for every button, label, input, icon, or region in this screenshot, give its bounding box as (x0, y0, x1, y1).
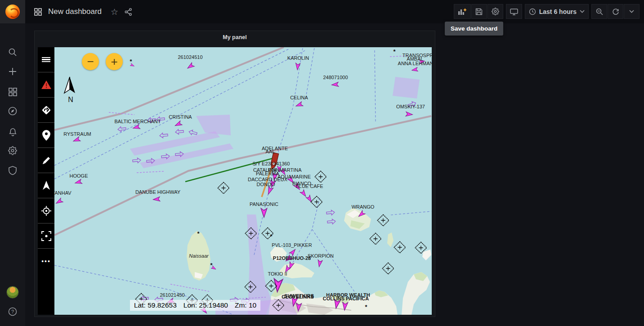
navigation-mark-cross (315, 200, 319, 204)
map-zoom-out-button[interactable]: − (82, 53, 99, 70)
sidebar: ? (0, 0, 25, 326)
star-icon[interactable]: ☆ (111, 7, 118, 17)
save-dashboard-button[interactable] (471, 4, 487, 19)
vessel-marker[interactable] (55, 198, 63, 205)
map-layers: ******N261024510KAROLIN248071000CELINATR… (54, 47, 432, 315)
fairway-dashed-line (375, 50, 376, 121)
navigation-mark-cross (319, 175, 323, 179)
location-pin-button[interactable] (38, 123, 54, 148)
configuration-gear-icon[interactable] (0, 143, 25, 158)
vessel-label: PANASONIC (250, 201, 278, 207)
navigation-mark-cross (381, 219, 385, 223)
shipping-route (54, 116, 431, 235)
vessel-label: PVL-103_PIKKER (272, 242, 312, 248)
traffic-zone (393, 77, 420, 98)
dashboard-settings-button[interactable] (487, 4, 503, 19)
navigation-mark-cross (398, 246, 402, 250)
vessel-marker[interactable] (261, 208, 267, 217)
vessel-label: CELINA (290, 95, 308, 100)
map-toolbar: ••• (38, 47, 54, 315)
vessel-marker[interactable] (411, 67, 418, 72)
locate-crosshair-button[interactable] (38, 198, 54, 223)
avatar[interactable] (0, 285, 25, 300)
vessel-marker[interactable] (331, 82, 339, 87)
top-nav: New dashboard ☆ (0, 0, 644, 23)
vessel-label: P12OBBHUO-28 (273, 255, 311, 261)
save-dashboard-tooltip: Save dashboard (445, 22, 503, 36)
vessel-marker[interactable] (72, 137, 80, 143)
vessel-marker[interactable] (266, 186, 273, 195)
page-title: New dashboard (48, 7, 102, 16)
vessel-marker[interactable] (295, 102, 303, 108)
vessel-label: AQUAMARINE (277, 174, 311, 179)
vessel-label: OMSKIY-137 (396, 104, 425, 109)
alert-warning-button[interactable] (38, 72, 54, 98)
help-icon[interactable]: ? (0, 304, 25, 319)
vessel-label: 261021450 (160, 292, 184, 298)
point-of-interest-star: * (210, 262, 213, 268)
dashboards-icon[interactable] (0, 84, 25, 99)
zoom-out-time-button[interactable] (591, 4, 607, 19)
fairway-dashed-line (254, 48, 303, 255)
layers-menu-button[interactable] (38, 47, 54, 72)
panel-title: My panel (223, 34, 247, 40)
chevron-down-icon (580, 10, 585, 13)
flow-arrow (175, 129, 184, 135)
vessel-marker[interactable] (174, 121, 182, 128)
vessel-label: BALTIC MERCHANT (114, 119, 161, 124)
longitude-value: Lon: 25.19480 (183, 301, 228, 309)
grafana-logo[interactable] (0, 0, 25, 23)
vessel-label: DONDO (257, 182, 275, 187)
tv-mode-button[interactable] (506, 4, 522, 19)
navigation-mark-cross (266, 232, 270, 236)
vessel-label: AAL (266, 149, 275, 154)
vessel-label: TANHAV (54, 190, 72, 196)
flow-arrow (118, 126, 126, 132)
vessel-marker[interactable] (132, 124, 140, 130)
vessel-marker[interactable] (74, 179, 82, 185)
map-zoom-in-button[interactable]: + (106, 53, 123, 70)
refresh-interval-dropdown[interactable] (624, 4, 640, 19)
navigation-mark-cross (419, 246, 423, 250)
explore-compass-icon[interactable] (0, 103, 25, 119)
vessel-marker[interactable] (306, 195, 313, 203)
compass-rose: N (64, 77, 75, 103)
share-icon[interactable] (125, 8, 132, 16)
flow-arrow (327, 219, 336, 225)
vessel-label: SKORPION (308, 253, 334, 259)
vessel-marker[interactable] (300, 190, 308, 198)
vessel-label: HOOGE (70, 173, 88, 179)
vessel-marker[interactable] (406, 112, 413, 116)
vessel-label: COLLINS PACIFICA (323, 296, 369, 301)
edit-pencil-button[interactable] (38, 148, 54, 173)
vessel-label: PALERMA (256, 171, 279, 176)
panel-header[interactable]: My panel (35, 31, 435, 44)
navigation-mark-cross (386, 267, 390, 271)
vessel-marker[interactable] (153, 196, 160, 201)
plus-icon[interactable] (0, 64, 25, 79)
vessel-label: TOKIO II (268, 271, 287, 277)
map-canvas[interactable]: ******N261024510KAROLIN248071000CELINATR… (54, 47, 432, 315)
vessel-marker[interactable] (186, 63, 194, 70)
navigation-arrow-button[interactable] (38, 173, 54, 198)
vessel-marker[interactable] (317, 260, 322, 268)
focus-frame-button[interactable] (38, 223, 54, 249)
admin-shield-icon[interactable] (0, 163, 25, 178)
more-options-button[interactable]: ••• (38, 249, 54, 274)
vessel-label: 261024510 (178, 54, 202, 60)
vessel-label: BLUE CAFE (295, 183, 323, 189)
refresh-button[interactable] (608, 4, 623, 19)
flow-arrow (133, 158, 141, 164)
point-of-interest-star: * (393, 48, 396, 55)
vessel-marker[interactable] (289, 248, 297, 256)
vessel-label: 248071000 (323, 75, 348, 80)
navigation-mark-cross (222, 186, 226, 190)
search-icon[interactable] (0, 45, 25, 60)
flow-arrow (326, 210, 335, 216)
alerting-bell-icon[interactable] (0, 124, 25, 139)
directions-button[interactable] (38, 98, 54, 123)
fairway-dashed-line (391, 211, 431, 215)
time-range-picker[interactable]: Last 6 hours (525, 4, 589, 19)
boundary-dashed-line (137, 171, 164, 173)
add-panel-button[interactable] (454, 4, 471, 19)
